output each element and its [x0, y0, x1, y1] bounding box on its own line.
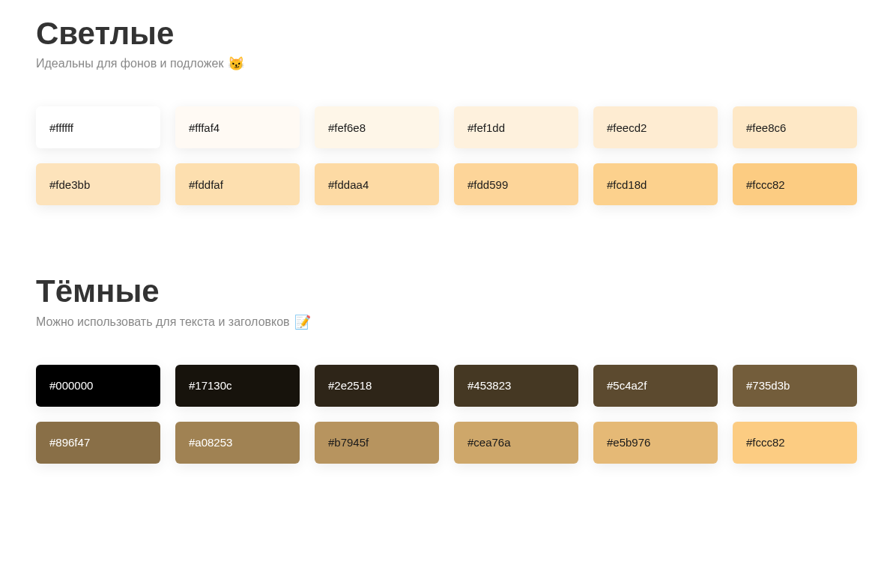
color-swatch[interactable]: #cea76a: [454, 422, 578, 464]
section-subtitle-text: Можно использовать для текста и заголовк…: [36, 315, 290, 329]
swatch-hex-label: #a08253: [189, 436, 232, 449]
color-swatch[interactable]: #17130c: [175, 365, 300, 407]
section-subtitle-text: Идеальны для фонов и подложек: [36, 57, 223, 70]
color-swatch[interactable]: #feecd2: [593, 106, 718, 148]
palette-section: СветлыеИдеальны для фонов и подложек😼#ff…: [36, 15, 857, 205]
section-subtitle: Можно использовать для текста и заголовк…: [36, 315, 857, 329]
color-swatch[interactable]: #fef1dd: [454, 106, 578, 148]
color-swatch[interactable]: #fddfaf: [175, 163, 300, 205]
color-swatch[interactable]: #fccc82: [733, 163, 857, 205]
color-swatch[interactable]: #5c4a2f: [593, 365, 718, 407]
color-swatch[interactable]: #fccc82: [733, 422, 857, 464]
swatch-hex-label: #e5b976: [607, 436, 650, 449]
color-swatch[interactable]: #fef6e8: [315, 106, 439, 148]
color-swatch[interactable]: #000000: [36, 365, 160, 407]
color-swatch[interactable]: #453823: [454, 365, 578, 407]
swatch-hex-label: #ffffff: [49, 121, 73, 134]
color-swatch[interactable]: #fcd18d: [593, 163, 718, 205]
memo-emoji-icon: 📝: [294, 315, 311, 329]
cat-emoji-icon: 😼: [228, 57, 244, 70]
swatch-hex-label: #735d3b: [746, 379, 790, 392]
swatch-hex-label: #fef1dd: [467, 121, 505, 134]
swatch-hex-label: #fdd599: [467, 178, 508, 191]
swatch-hex-label: #000000: [49, 379, 93, 392]
color-swatch[interactable]: #fddaa4: [315, 163, 439, 205]
swatch-hex-label: #17130c: [189, 379, 232, 392]
color-swatch[interactable]: #fee8c6: [733, 106, 857, 148]
color-swatch[interactable]: #735d3b: [733, 365, 857, 407]
swatch-hex-label: #fde3bb: [49, 178, 90, 191]
swatch-hex-label: #5c4a2f: [607, 379, 647, 392]
color-swatch[interactable]: #a08253: [175, 422, 300, 464]
swatch-hex-label: #fccc82: [746, 436, 785, 449]
swatch-hex-label: #fcd18d: [607, 178, 647, 191]
swatch-hex-label: #453823: [467, 379, 511, 392]
color-swatch[interactable]: #ffffff: [36, 106, 160, 148]
swatch-hex-label: #fef6e8: [328, 121, 366, 134]
color-swatch[interactable]: #fffaf4: [175, 106, 300, 148]
swatch-hex-label: #896f47: [49, 436, 90, 449]
swatch-hex-label: #fddfaf: [189, 178, 223, 191]
color-swatch[interactable]: #fde3bb: [36, 163, 160, 205]
section-subtitle: Идеальны для фонов и подложек😼: [36, 57, 857, 70]
swatch-hex-label: #cea76a: [467, 436, 511, 449]
section-title: Тёмные: [36, 273, 857, 310]
swatch-hex-label: #fee8c6: [746, 121, 786, 134]
swatch-hex-label: #fccc82: [746, 178, 785, 191]
swatch-grid: #000000#17130c#2e2518#453823#5c4a2f#735d…: [36, 365, 857, 464]
swatch-hex-label: #fddaa4: [328, 178, 369, 191]
section-title: Светлые: [36, 15, 857, 52]
swatch-hex-label: #fffaf4: [189, 121, 220, 134]
color-swatch[interactable]: #896f47: [36, 422, 160, 464]
swatch-hex-label: #2e2518: [328, 379, 372, 392]
color-swatch[interactable]: #b7945f: [315, 422, 439, 464]
color-swatch[interactable]: #2e2518: [315, 365, 439, 407]
swatch-hex-label: #b7945f: [328, 436, 369, 449]
color-swatch[interactable]: #fdd599: [454, 163, 578, 205]
palette-section: ТёмныеМожно использовать для текста и за…: [36, 273, 857, 463]
swatch-hex-label: #feecd2: [607, 121, 647, 134]
swatch-grid: #ffffff#fffaf4#fef6e8#fef1dd#feecd2#fee8…: [36, 106, 857, 205]
color-swatch[interactable]: #e5b976: [593, 422, 718, 464]
